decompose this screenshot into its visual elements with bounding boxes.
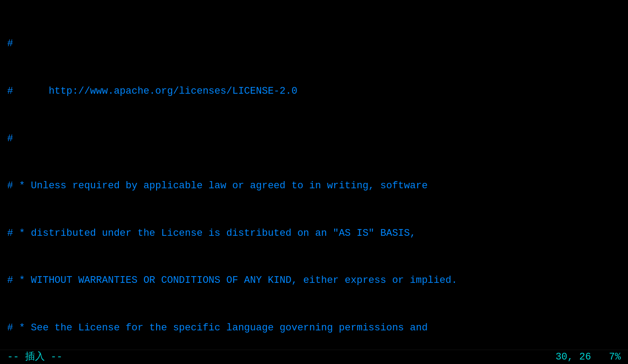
line-3: # [7, 131, 621, 147]
line-1: # [7, 36, 621, 52]
cursor-position: 30, 26 [555, 349, 591, 364]
line-6: # * WITHOUT WARRANTIES OR CONDITIONS OF … [7, 273, 621, 288]
scroll-percent: 7% [609, 349, 621, 364]
line-2: # http://www.apache.org/licenses/LICENSE… [7, 83, 621, 99]
status-right: 30, 26 7% [555, 349, 621, 364]
line-4: # * Unless required by applicable law or… [7, 178, 621, 194]
editor-area[interactable]: # # http://www.apache.org/licenses/LICEN… [0, 0, 628, 350]
line-5: # * distributed under the License is dis… [7, 225, 621, 241]
line-7: # * See the License for the specific lan… [7, 320, 621, 336]
editor-mode: -- 插入 -- [7, 349, 62, 364]
status-bar: -- 插入 -- 30, 26 7% [0, 350, 628, 364]
